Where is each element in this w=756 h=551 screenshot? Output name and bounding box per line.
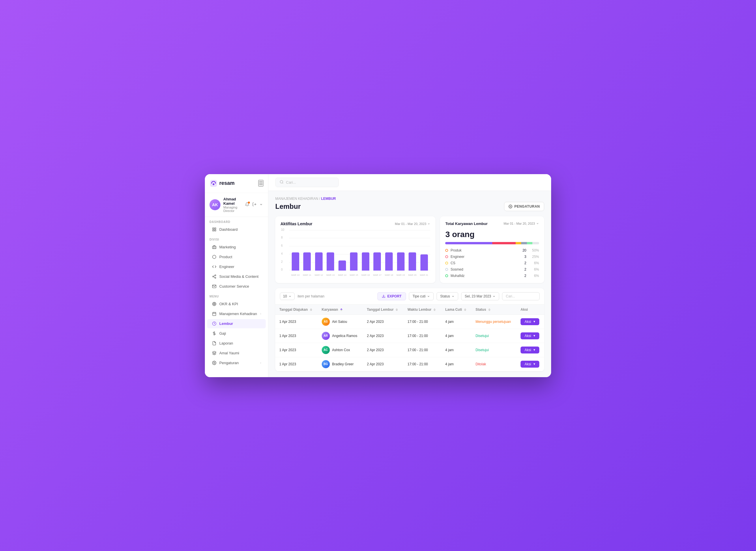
status-filter[interactable]: Status	[437, 292, 458, 300]
col-karyawan: Karyawan	[318, 305, 363, 315]
notification-button[interactable]	[244, 201, 250, 208]
code-icon	[212, 264, 216, 269]
status-badge: Menunggu persetujuan	[476, 320, 511, 324]
bar-item	[360, 230, 371, 270]
col-tanggal-diajukan: Tanggal Diajukan	[275, 305, 318, 315]
total-card-date[interactable]: Mar 01 - Mar 20, 2023	[504, 222, 539, 225]
cell-status: Disetujui	[471, 343, 517, 357]
sidebar-item-customer-service[interactable]: Customer Service	[207, 282, 266, 291]
total-card-date-text: Mar 01 - Mar 20, 2023	[504, 222, 535, 225]
tipe-cuti-filter[interactable]: Tipe cuti	[409, 292, 434, 300]
sidebar-item-gaji[interactable]: Gaji	[207, 329, 266, 338]
sidebar-item-laporan[interactable]: Laporan	[207, 339, 266, 348]
clock-icon	[212, 322, 216, 326]
division-count: 2	[519, 261, 526, 265]
sidebar-item-manajemen-kehadiran[interactable]: Manajemen Kehadiran ›	[207, 309, 266, 319]
svg-marker-22	[212, 351, 216, 353]
cell-karyawan: AR Angelica Ramos	[318, 329, 363, 343]
topbar	[268, 174, 551, 191]
aksi-button[interactable]: Aksi ▼	[521, 361, 539, 368]
charts-row: Aktifitas Lembur Mar 01 - Mar 20, 2023 1…	[275, 216, 544, 283]
per-page-select[interactable]: 10	[280, 293, 295, 300]
logout-button[interactable]	[252, 201, 257, 208]
mail-icon	[212, 284, 216, 289]
svg-point-23	[214, 363, 215, 364]
notification-dot	[248, 201, 250, 203]
bar-label: MAR 12	[314, 274, 324, 277]
sidebar-item-okr-kpi[interactable]: OKR & KPI	[207, 300, 266, 309]
employee-avatar: BG	[322, 360, 330, 368]
col-aksi: Aksi	[517, 305, 544, 315]
user-row: AK Ahmad Kamel Managing Director	[209, 197, 263, 212]
cell-tanggal-diajukan: 1 Apr 2023	[275, 343, 318, 357]
hamburger-button[interactable]: ☰	[258, 180, 263, 186]
cell-waktu-lembur: 17:00 - 21:00	[403, 343, 441, 357]
bar-chart-area: 10 8 6 4 2 0 MAR 10MAR 11MAR 12MAR 13MAR…	[280, 230, 430, 277]
bar-label: MAR 11	[302, 274, 312, 277]
date-filter[interactable]: Sel, 23 Mar 2023	[461, 292, 499, 300]
expand-user-button[interactable]	[259, 202, 263, 208]
download-icon	[382, 294, 386, 298]
svg-point-1	[213, 183, 214, 185]
sidebar-label-dashboard: Dashboard	[219, 227, 238, 231]
employee-avatar: AS	[322, 318, 330, 326]
total-card-header: Total Karyawan Lembur Mar 01 - Mar 20, 2…	[445, 221, 539, 226]
division-pct: 50%	[529, 248, 539, 252]
table-search-input[interactable]	[502, 292, 540, 300]
sidebar-item-pengaturan[interactable]: Pengaturan ›	[207, 358, 266, 368]
svg-point-8	[215, 274, 216, 276]
sidebar-label-product: Product	[219, 255, 232, 259]
aksi-button[interactable]: Aksi ▼	[521, 333, 539, 339]
settings-btn-label: PENGATURAN	[514, 204, 540, 208]
bar-label: MAR 17	[372, 274, 383, 277]
sort-icon-tanggal	[310, 309, 312, 311]
bar-item	[337, 230, 347, 270]
sidebar-label-marketing: Marketing	[219, 245, 236, 249]
table-row: 1 Apr 2023 AS Airi Satou 2 Apr 2023 17:0…	[275, 315, 544, 329]
division-row: Sosmed 2 6%	[445, 267, 539, 271]
cell-lama-cuti: 4 jam	[441, 343, 471, 357]
app-name: resam	[219, 180, 235, 186]
chevron-down-total-icon	[536, 222, 539, 225]
briefcase-icon	[212, 245, 216, 249]
employee-name: Angelica Ramos	[332, 334, 357, 338]
aksi-button[interactable]: Aksi ▼	[521, 347, 539, 354]
division-name: Sosmed	[450, 267, 517, 271]
settings-button[interactable]: PENGATURAN	[504, 202, 544, 211]
section-label-divisi: DIVISI	[205, 234, 268, 242]
sidebar-item-engineer[interactable]: Engineer	[207, 262, 266, 271]
target-icon	[212, 302, 216, 307]
dollar-icon	[212, 331, 216, 336]
sort-icon-status	[488, 309, 491, 311]
cell-tanggal-lembur: 2 Apr 2023	[363, 343, 404, 357]
svg-line-25	[282, 182, 283, 183]
cell-tanggal-diajukan: 1 Apr 2023	[275, 329, 318, 343]
bar-chart-bars	[289, 230, 430, 270]
bar-item	[396, 230, 406, 270]
sidebar-label-pengaturan: Pengaturan	[219, 361, 239, 365]
chevron-right-pengaturan-icon: ›	[260, 361, 261, 365]
cell-aksi: Aksi ▼	[517, 329, 544, 343]
aksi-button[interactable]: Aksi ▼	[521, 318, 539, 325]
bar-chart-date[interactable]: Mar 01 - Mar 20, 2023	[395, 222, 431, 225]
sidebar-item-marketing[interactable]: Marketing	[207, 242, 266, 252]
user-info: Ahmad Kamel Managing Director	[223, 197, 242, 212]
export-btn-label: EXPORT	[387, 294, 401, 298]
sidebar-item-amal-yaumi[interactable]: Amal Yaumi	[207, 349, 266, 358]
sidebar-item-lembur[interactable]: Lembur	[207, 319, 266, 328]
division-pct: 6%	[529, 267, 539, 271]
sidebar-item-product[interactable]: Product	[207, 252, 266, 261]
export-button[interactable]: EXPORT	[377, 292, 406, 300]
per-page-value: 10	[283, 294, 287, 298]
page-title: Lembur	[275, 202, 301, 210]
bar-item	[290, 230, 301, 270]
sidebar-label-gaji: Gaji	[219, 331, 226, 336]
total-count: 3 orang	[445, 230, 539, 239]
search-input[interactable]	[286, 180, 332, 184]
user-name: Ahmad Kamel	[223, 197, 242, 205]
sidebar-item-social-media[interactable]: Social Media & Content	[207, 272, 266, 281]
cell-tanggal-diajukan: 1 Apr 2023	[275, 357, 318, 371]
sidebar-item-dashboard[interactable]: Dashboard	[207, 225, 266, 234]
status-label: Status	[440, 294, 450, 298]
svg-point-24	[280, 180, 283, 183]
